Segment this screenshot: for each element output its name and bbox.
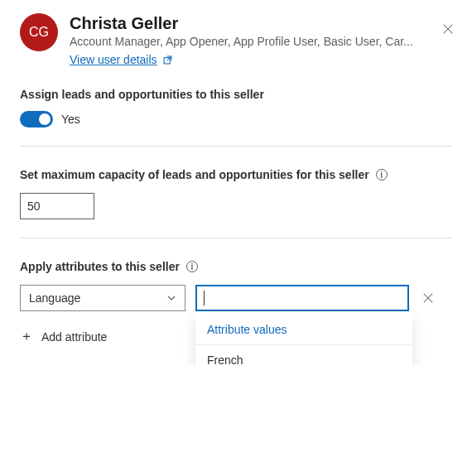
capacity-section-label: Set maximum capacity of leads and opport… <box>20 168 369 181</box>
remove-attribute-button[interactable] <box>419 289 437 307</box>
view-user-details-link[interactable]: View user details <box>70 53 173 66</box>
user-roles: Account Manager, App Opener, App Profile… <box>70 35 452 48</box>
avatar: CG <box>20 13 58 51</box>
assign-toggle-value: Yes <box>61 113 80 126</box>
chevron-down-icon <box>166 293 176 303</box>
attribute-value-dropdown: Attribute values French Spanish English <box>195 313 412 365</box>
add-attribute-button[interactable]: ＋ Add attribute <box>20 328 107 345</box>
info-icon[interactable]: i <box>186 261 198 272</box>
assign-toggle[interactable] <box>20 111 53 127</box>
attribute-key-value: Language <box>29 291 80 305</box>
divider <box>20 146 452 147</box>
assign-section-label: Assign leads and opportunities to this s… <box>20 88 452 101</box>
attribute-value-input-wrap[interactable] <box>195 285 409 311</box>
dropdown-header: Attribute values <box>195 313 412 345</box>
add-attribute-label: Add attribute <box>41 330 107 344</box>
close-icon <box>442 23 454 35</box>
divider <box>20 238 452 238</box>
open-in-new-icon <box>162 55 173 65</box>
attribute-value-input[interactable] <box>205 291 401 305</box>
dropdown-item[interactable]: French <box>195 345 412 365</box>
info-icon[interactable]: i <box>376 169 388 180</box>
attribute-key-select[interactable]: Language <box>20 285 185 311</box>
close-button[interactable] <box>439 20 457 41</box>
plus-icon: ＋ <box>20 328 33 345</box>
close-icon <box>422 292 434 304</box>
attributes-section-label: Apply attributes to this seller <box>20 260 180 273</box>
view-user-details-label: View user details <box>70 53 157 66</box>
user-name: Christa Geller <box>70 13 452 33</box>
capacity-input[interactable] <box>20 193 94 219</box>
